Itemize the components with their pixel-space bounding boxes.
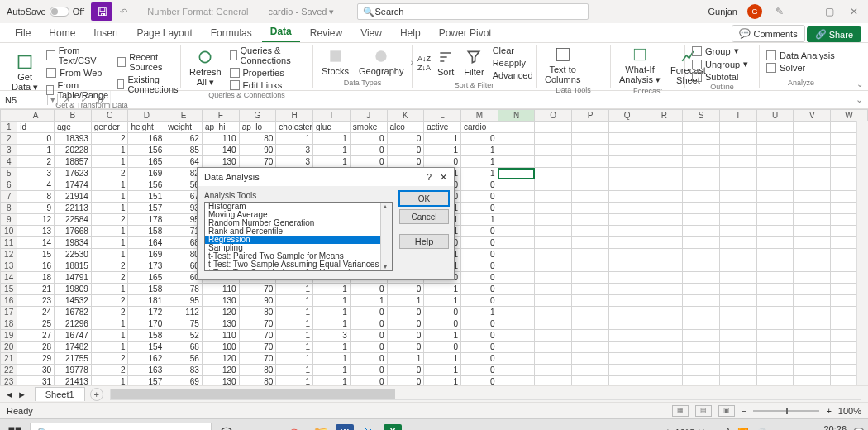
cell[interactable] <box>683 260 720 272</box>
file-name[interactable]: cardio - Saved ▾ <box>268 7 334 17</box>
cell[interactable] <box>572 284 609 295</box>
row-header[interactable]: 15 <box>1 284 17 295</box>
task-view-icon[interactable]: ▭ <box>241 422 265 431</box>
cell[interactable] <box>535 353 572 365</box>
cell[interactable]: 12 <box>17 214 55 226</box>
cell[interactable] <box>794 295 831 307</box>
cell[interactable] <box>646 272 683 284</box>
cell[interactable]: 120 <box>202 365 239 376</box>
cell[interactable] <box>646 295 683 307</box>
cell[interactable]: 83 <box>165 365 203 376</box>
cell[interactable]: 1 <box>91 330 128 342</box>
cell[interactable]: 1 <box>313 318 351 330</box>
start-button[interactable] <box>3 422 26 431</box>
col-header[interactable]: Q <box>608 110 646 122</box>
edit-links-button[interactable]: Edit Links <box>228 79 308 91</box>
cell[interactable]: 1 <box>313 133 351 145</box>
cell[interactable]: 95 <box>165 295 203 307</box>
cell[interactable] <box>756 203 794 214</box>
cell[interactable] <box>756 168 794 179</box>
group-button[interactable]: Group ▾ <box>690 45 750 57</box>
cell[interactable]: 173 <box>128 260 165 272</box>
tab-formulas[interactable]: Formulas <box>203 24 260 42</box>
tab-page-layout[interactable]: Page Layout <box>128 24 200 42</box>
cell[interactable]: alco <box>387 122 424 133</box>
cell[interactable] <box>535 318 572 330</box>
cell[interactable] <box>608 145 646 156</box>
cell[interactable] <box>535 203 572 214</box>
cell[interactable] <box>608 376 646 386</box>
cell[interactable]: 0 <box>387 376 424 386</box>
from-csv-button[interactable]: From Text/CSV <box>45 45 112 66</box>
cell[interactable] <box>498 179 535 191</box>
cell[interactable] <box>719 330 756 342</box>
cell[interactable] <box>756 179 794 191</box>
cell[interactable]: 172 <box>128 307 165 318</box>
cell[interactable] <box>756 226 794 237</box>
save-icon[interactable]: 🖫 <box>91 2 112 21</box>
cell[interactable]: 0 <box>387 318 424 330</box>
cell[interactable] <box>572 191 609 203</box>
cell[interactable]: 0 <box>350 342 387 353</box>
cell[interactable]: 23 <box>17 295 55 307</box>
cell[interactable]: 4 <box>17 179 55 191</box>
cell[interactable] <box>794 179 831 191</box>
cell[interactable] <box>646 237 683 249</box>
cell[interactable]: 154 <box>128 342 165 353</box>
cell[interactable]: 9 <box>17 203 55 214</box>
cell[interactable] <box>794 307 831 318</box>
cell[interactable]: 70 <box>239 342 276 353</box>
cell[interactable] <box>683 145 720 156</box>
cell[interactable]: 70 <box>239 284 276 295</box>
cell[interactable]: 0 <box>350 307 387 318</box>
cell[interactable]: 1 <box>460 214 498 226</box>
cell[interactable]: 0 <box>460 179 498 191</box>
cell[interactable] <box>719 226 756 237</box>
cell[interactable] <box>535 365 572 376</box>
cell[interactable]: 130 <box>202 376 239 386</box>
zoom-slider[interactable] <box>753 410 819 412</box>
cell[interactable]: 120 <box>202 353 239 365</box>
cell[interactable]: 169 <box>128 168 165 179</box>
cell[interactable] <box>683 272 720 284</box>
cell[interactable] <box>535 226 572 237</box>
cell[interactable]: 1 <box>276 353 313 365</box>
row-header[interactable]: 22 <box>1 365 17 376</box>
cell[interactable] <box>683 353 720 365</box>
cell[interactable] <box>535 122 572 133</box>
cell[interactable] <box>535 214 572 226</box>
cell[interactable] <box>535 168 572 179</box>
cell[interactable]: 14791 <box>55 272 92 284</box>
cell[interactable] <box>498 133 535 145</box>
cell[interactable] <box>572 260 609 272</box>
cell[interactable] <box>608 214 646 226</box>
cell[interactable] <box>719 284 756 295</box>
cell[interactable]: 0 <box>350 353 387 365</box>
share-button[interactable]: 🔗 Share <box>807 26 861 42</box>
cell[interactable]: 1 <box>91 376 128 386</box>
cell[interactable]: 158 <box>128 330 165 342</box>
normal-view-icon[interactable]: ▦ <box>672 405 689 417</box>
cell[interactable] <box>646 342 683 353</box>
row-header[interactable]: 5 <box>1 168 17 179</box>
cell[interactable] <box>535 156 572 168</box>
dialog-help-icon[interactable]: ? <box>427 172 432 183</box>
solver-button[interactable]: Solver <box>765 62 837 74</box>
cell[interactable]: 16782 <box>55 307 92 318</box>
row-header[interactable]: 3 <box>1 145 17 156</box>
cell[interactable]: 17623 <box>55 168 92 179</box>
cell[interactable] <box>535 307 572 318</box>
cell[interactable] <box>498 145 535 156</box>
h-scrollbar[interactable] <box>110 389 861 400</box>
cell[interactable] <box>756 191 794 203</box>
cell[interactable]: 14532 <box>55 295 92 307</box>
cell[interactable] <box>683 179 720 191</box>
cell[interactable]: 75 <box>165 318 203 330</box>
cell[interactable] <box>719 145 756 156</box>
cell[interactable]: 1 <box>460 156 498 168</box>
col-header[interactable]: T <box>719 110 756 122</box>
cell[interactable] <box>683 203 720 214</box>
search-box[interactable]: 🔍 Search <box>357 3 589 20</box>
cell[interactable] <box>794 145 831 156</box>
cell[interactable] <box>683 156 720 168</box>
